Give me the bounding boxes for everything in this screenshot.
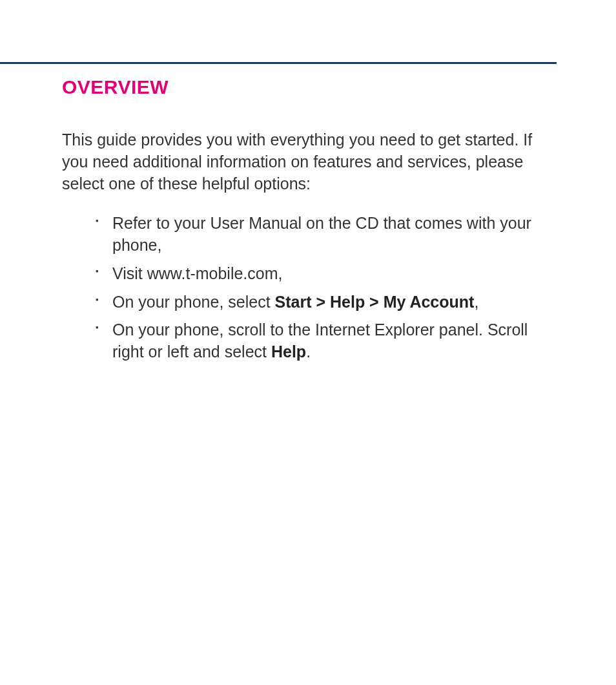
list-item: Visit www.t-mobile.com, (112, 263, 559, 285)
list-item-text-suffix: . (306, 342, 311, 361)
list-item-text: Visit www.t-mobile.com, (112, 264, 283, 282)
list-item-text: Refer to your User Manual on the CD that… (112, 214, 531, 254)
list-item-text-prefix: On your phone, select (112, 293, 275, 311)
list-item: On your phone, select Start > Help > My … (112, 291, 559, 313)
horizontal-divider (0, 62, 557, 64)
intro-paragraph: This guide provides you with everything … (62, 129, 559, 195)
page-heading: OVERVIEW (62, 76, 559, 98)
page-content: OVERVIEW This guide provides you with ev… (62, 76, 559, 370)
options-list: Refer to your User Manual on the CD that… (62, 213, 559, 363)
list-item: On your phone, scroll to the Internet Ex… (112, 319, 559, 363)
list-item-text-prefix: On your phone, scroll to the Internet Ex… (112, 321, 528, 361)
list-item-text-suffix: , (474, 293, 478, 311)
list-item-text-bold: Help (271, 342, 306, 361)
list-item: Refer to your User Manual on the CD that… (112, 213, 559, 257)
list-item-text-bold: Start > Help > My Account (275, 293, 475, 311)
